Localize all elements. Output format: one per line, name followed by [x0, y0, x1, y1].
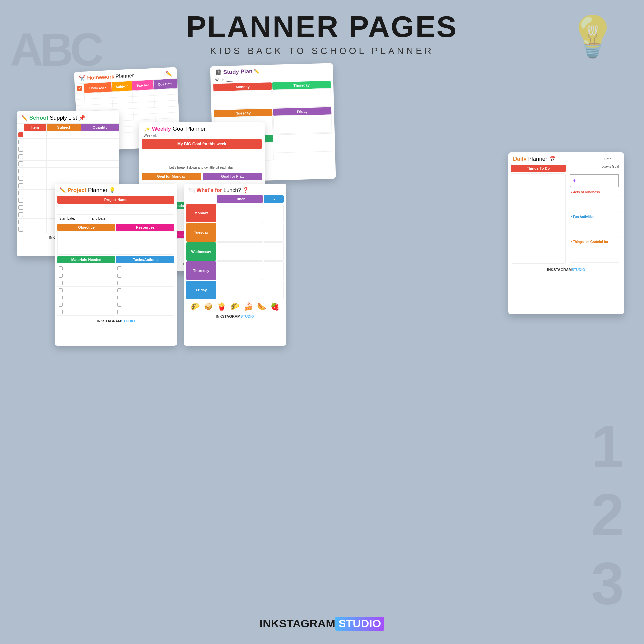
lunch-monday-row: Monday [186, 204, 284, 222]
supply-cb-11[interactable] [18, 205, 23, 210]
fork-icon: 🍽️ [188, 187, 195, 193]
supply-cb-9[interactable] [18, 191, 23, 195]
project-checkbox-section [57, 265, 174, 316]
proj-cb-2b[interactable] [117, 274, 121, 278]
lunch-thursday-row: Thursday [186, 261, 284, 280]
lunch-food-icons: 🌮 🥪 🍟 🌮 🍰 🌭 🍓 [184, 300, 286, 312]
lunch-friday-cell [217, 281, 263, 299]
proj-cb-1b[interactable] [117, 266, 121, 270]
supply-col-item: Item [24, 124, 47, 131]
lunch-col-snack: S [264, 195, 284, 203]
daily-acts-section: • Acts of Kindness [570, 189, 619, 213]
lunch-friday-snack [264, 281, 284, 299]
supply-cb-6[interactable] [18, 169, 23, 173]
lunch-thursday-label: Thursday [186, 261, 216, 280]
lunch-thursday-cell [217, 261, 263, 280]
page-title: PLANNER PAGES [186, 10, 458, 44]
proj-cb-6a[interactable] [59, 303, 63, 307]
proj-cb-7b[interactable] [117, 310, 121, 314]
daily-fun-section: • Fun Activities [570, 214, 619, 238]
daily-acts-label: • Acts of Kindness [570, 189, 619, 195]
supply-title: ✏️ School Supply List 📌 [17, 111, 119, 123]
bg-abc-letters: ABC [10, 26, 100, 73]
supply-cb-8[interactable] [18, 183, 23, 188]
homework-bold: Homework [87, 74, 115, 81]
supply-cb-1[interactable] [18, 132, 23, 137]
supply-cb-3[interactable] [18, 147, 23, 152]
project-res-lines [116, 232, 174, 255]
bottom-studio: STUDIO [335, 617, 384, 631]
pencil-proj-icon: ✏️ [59, 187, 66, 193]
lunch-thursday-snack [264, 261, 284, 280]
proj-cb-2a[interactable] [59, 274, 63, 278]
calendar-icon: 📅 [549, 156, 556, 161]
hw-col-subject: Subject [111, 81, 132, 92]
supply-bold: School [29, 115, 48, 121]
page-subtitle: KIDS BACK TO SCHOOL PLANNER [186, 46, 458, 56]
project-tasks-header: Tasks/Actions [116, 256, 174, 263]
lunch-title: 🍽️ What's for Lunch? ❓ [184, 184, 286, 195]
project-obj-header: Objective [57, 224, 115, 231]
supply-cb-14[interactable] [18, 227, 23, 232]
lunch-monday-label: Monday [186, 204, 216, 222]
daily-today-goal-label: Today's Goal [567, 165, 621, 172]
food-icon-4: 🌮 [230, 302, 239, 311]
project-name-header: Project Name [57, 196, 174, 204]
lunch-monday-cell [217, 204, 263, 222]
proj-cb-5b[interactable] [117, 296, 121, 299]
proj-cb-7a[interactable] [59, 310, 63, 314]
weekly-break-text: Let's break it down and do little bit ea… [139, 164, 265, 171]
daily-acts-content [570, 195, 619, 213]
study-thursday-lines [272, 88, 331, 108]
supply-cb-7[interactable] [18, 176, 23, 181]
daily-date: Date: ___ [604, 157, 620, 161]
supply-cb-4[interactable] [18, 154, 23, 159]
scissors-icon: ✂️ [79, 75, 86, 81]
daily-grid: Things To Do Today's Goal [508, 163, 624, 173]
project-name-line [57, 205, 174, 215]
hw-col-homework: Homework [84, 82, 112, 93]
daily-grateful-section: • Things I'm Grateful for [570, 239, 619, 263]
food-icon-1: 🌮 [191, 302, 200, 311]
lunch-tuesday-snack [264, 223, 284, 242]
proj-cb-3b[interactable] [117, 281, 121, 285]
lunch-tuesday-cell [217, 223, 263, 242]
proj-cb-1a[interactable] [59, 266, 63, 270]
daily-fun-label: • Fun Activities [570, 214, 619, 220]
proj-cb-5a[interactable] [59, 296, 63, 299]
hw-checkbox: ✓ [77, 86, 82, 91]
proj-cb-4a[interactable] [59, 288, 63, 292]
daily-grateful-content [570, 245, 619, 263]
project-planner-card: ✏️ Project Planner 💡 Project Name Start … [55, 184, 177, 346]
food-icon-2: 🥪 [204, 302, 213, 311]
pencil-icon: ✏️ [165, 70, 172, 77]
lunch-wednesday-snack [264, 242, 284, 261]
proj-cb-4b[interactable] [117, 288, 121, 292]
project-obj-lines [57, 232, 115, 255]
daily-todo-lines [511, 173, 566, 264]
project-obj-res: Objective Resources [57, 224, 174, 255]
star-icon: ✦ [572, 178, 576, 184]
lunch-tuesday-row: Tuesday [186, 223, 284, 242]
lunch-normal: Lunch? [223, 187, 241, 193]
supply-cb-2[interactable] [18, 140, 23, 144]
food-icon-3: 🍟 [217, 302, 226, 311]
supply-cb-10[interactable] [18, 198, 23, 203]
supply-cb-12[interactable] [18, 212, 23, 217]
project-res-header: Resources [116, 224, 174, 231]
supply-cb-13[interactable] [18, 220, 23, 224]
project-bold: Project [68, 187, 87, 193]
lunch-card-brand: INKSTAGRAMSTUDIO [184, 312, 286, 320]
proj-cb-6b[interactable] [117, 303, 121, 307]
supply-normal: Supply List [50, 115, 77, 121]
supply-cb-5[interactable] [18, 161, 23, 166]
lunch-planner-card: 🍽️ What's for Lunch? ❓ Lunch S Monday Tu… [184, 184, 286, 346]
daily-title: Daily Planner 📅 Date: ___ [508, 152, 624, 163]
lunch-friday-row: Friday [186, 281, 284, 299]
lunch-question-icon: ❓ [242, 187, 249, 193]
proj-cb-3a[interactable] [59, 281, 63, 285]
study-extra-lines [274, 133, 332, 153]
lunch-col-lunch: Lunch [217, 195, 263, 203]
daily-normal: Planner [528, 156, 547, 162]
daily-goal-star-box: ✦ [570, 174, 619, 187]
